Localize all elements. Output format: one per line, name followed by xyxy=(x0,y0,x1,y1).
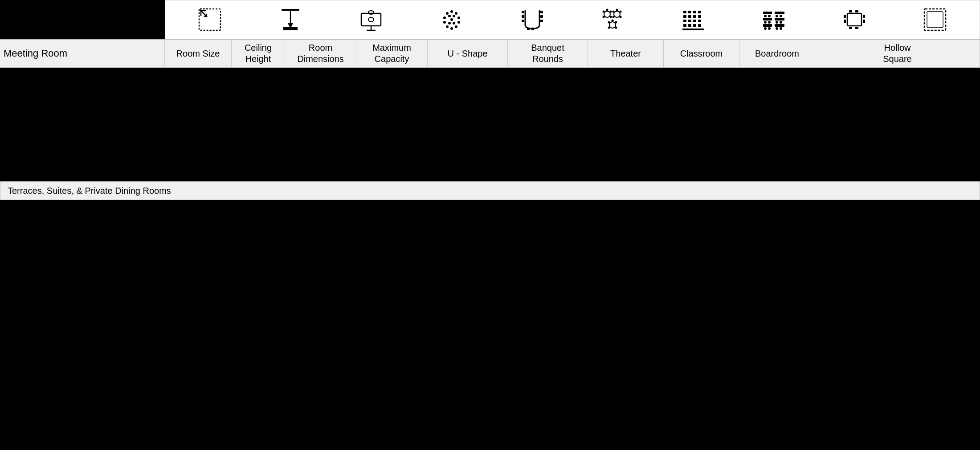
table-header: Meeting Room Room Size Ceiling Height Ro… xyxy=(0,39,980,68)
svg-point-19 xyxy=(450,27,453,30)
svg-point-53 xyxy=(615,27,617,29)
svg-point-83 xyxy=(768,21,771,24)
icon-row xyxy=(165,0,980,39)
svg-rect-75 xyxy=(775,18,784,20)
svg-point-43 xyxy=(614,11,620,17)
header-boardroom: Boardroom xyxy=(739,40,815,67)
terraces-section-header: Terraces, Suites, & Private Dining Rooms xyxy=(0,181,980,200)
svg-rect-57 xyxy=(693,11,696,13)
svg-rect-56 xyxy=(688,11,691,13)
svg-rect-77 xyxy=(775,24,784,27)
svg-point-54 xyxy=(608,27,610,29)
svg-rect-76 xyxy=(763,24,772,27)
svg-rect-33 xyxy=(540,15,543,18)
svg-rect-69 xyxy=(693,24,696,27)
svg-rect-59 xyxy=(683,15,686,18)
svg-rect-90 xyxy=(847,13,862,26)
header-banquet-rounds: Banquet Rounds xyxy=(508,40,588,67)
svg-point-23 xyxy=(446,12,449,15)
svg-point-88 xyxy=(776,27,778,30)
header-hollow-square: Hollow Square xyxy=(815,40,980,67)
svg-point-28 xyxy=(453,22,455,25)
header-u-shape: U - Shape xyxy=(428,40,508,67)
svg-point-20 xyxy=(446,25,449,28)
svg-rect-71 xyxy=(682,29,704,30)
svg-point-85 xyxy=(780,21,782,24)
svg-rect-68 xyxy=(688,24,691,27)
svg-rect-94 xyxy=(855,27,858,29)
svg-point-27 xyxy=(448,22,451,25)
max-capacity-icon xyxy=(411,0,492,39)
svg-point-37 xyxy=(604,11,610,17)
svg-point-82 xyxy=(764,21,767,24)
svg-point-51 xyxy=(612,20,614,22)
svg-point-49 xyxy=(609,22,616,28)
svg-point-14 xyxy=(450,10,453,13)
hollow-square-icon xyxy=(894,0,975,39)
svg-point-47 xyxy=(620,16,622,18)
banquet-rounds-icon xyxy=(572,0,653,39)
header-maximum-capacity: Maximum Capacity xyxy=(356,40,428,67)
svg-point-89 xyxy=(780,27,782,30)
svg-rect-62 xyxy=(698,15,701,18)
svg-point-13 xyxy=(368,17,374,22)
svg-point-44 xyxy=(612,11,615,13)
svg-rect-30 xyxy=(522,15,524,18)
svg-point-78 xyxy=(764,15,767,17)
resize-icon xyxy=(170,0,250,39)
svg-rect-60 xyxy=(688,15,691,18)
svg-rect-55 xyxy=(683,11,686,13)
svg-point-50 xyxy=(608,21,610,24)
svg-point-21 xyxy=(443,21,446,24)
svg-rect-31 xyxy=(522,20,524,22)
svg-rect-61 xyxy=(693,15,696,18)
svg-point-84 xyxy=(776,21,778,24)
svg-rect-32 xyxy=(540,11,543,13)
svg-point-38 xyxy=(603,11,605,13)
svg-rect-36 xyxy=(531,28,534,30)
svg-rect-67 xyxy=(683,24,686,27)
svg-rect-93 xyxy=(849,27,852,29)
svg-point-45 xyxy=(616,9,618,11)
svg-point-40 xyxy=(610,11,612,13)
svg-point-26 xyxy=(450,18,453,21)
header-meeting-room: Meeting Room xyxy=(0,40,165,67)
svg-rect-66 xyxy=(698,20,701,22)
svg-point-17 xyxy=(457,21,460,24)
svg-rect-74 xyxy=(763,18,772,20)
svg-point-48 xyxy=(612,16,615,18)
svg-rect-91 xyxy=(849,10,852,12)
header-room-size: Room Size xyxy=(165,40,232,67)
svg-point-41 xyxy=(610,16,612,18)
table-body-empty xyxy=(0,68,980,181)
svg-rect-100 xyxy=(927,12,943,28)
svg-rect-5 xyxy=(282,9,299,11)
svg-point-24 xyxy=(448,15,451,17)
svg-rect-98 xyxy=(863,20,865,23)
svg-rect-63 xyxy=(683,20,686,22)
header-room-dimensions: Room Dimensions xyxy=(285,40,356,67)
svg-point-42 xyxy=(603,16,605,18)
svg-rect-34 xyxy=(540,20,543,22)
u-shape-icon xyxy=(492,0,572,39)
svg-point-46 xyxy=(620,11,622,13)
svg-point-25 xyxy=(453,15,455,17)
svg-point-15 xyxy=(455,12,457,15)
svg-point-39 xyxy=(606,9,608,11)
svg-point-79 xyxy=(768,15,771,17)
svg-rect-95 xyxy=(844,15,846,18)
svg-point-22 xyxy=(443,16,446,19)
svg-rect-29 xyxy=(522,11,524,13)
boardroom-icon xyxy=(814,0,894,39)
theater-icon xyxy=(653,0,734,39)
svg-rect-99 xyxy=(924,9,946,30)
svg-rect-72 xyxy=(763,12,772,14)
svg-point-52 xyxy=(615,21,617,24)
black-bottom-area xyxy=(0,200,980,450)
header-classroom: Classroom xyxy=(664,40,739,67)
svg-point-80 xyxy=(776,15,778,17)
room-dimensions-icon xyxy=(331,0,412,39)
svg-rect-96 xyxy=(844,20,846,23)
classroom-icon xyxy=(734,0,814,39)
svg-rect-65 xyxy=(693,20,696,22)
